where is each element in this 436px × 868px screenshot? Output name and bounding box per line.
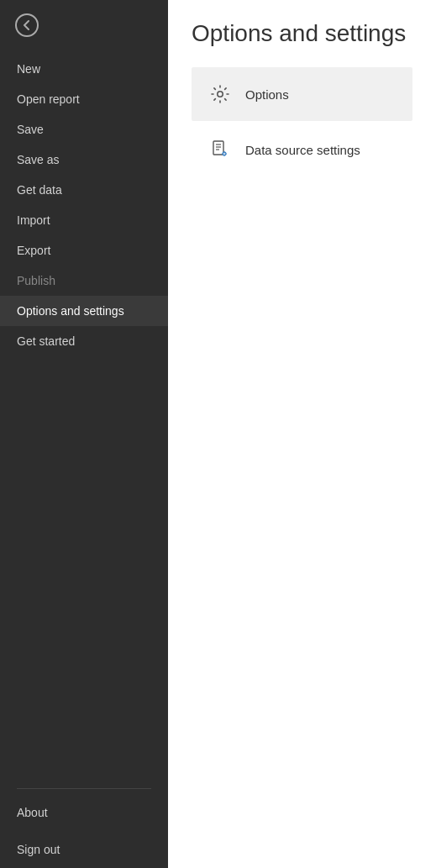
sidebar-item-about[interactable]: About (0, 794, 168, 831)
sidebar-item-open-report[interactable]: Open report (0, 84, 168, 114)
sidebar-item-save[interactable]: Save (0, 114, 168, 145)
sidebar-nav: New Open report Save Save as Get data Im… (0, 50, 168, 783)
sidebar-item-sign-out[interactable]: Sign out (0, 831, 168, 868)
svg-rect-1 (213, 141, 223, 155)
sidebar-divider (17, 788, 151, 789)
svg-point-0 (218, 92, 223, 97)
sidebar-item-export[interactable]: Export (0, 235, 168, 266)
sidebar-item-import[interactable]: Import (0, 205, 168, 235)
options-label: Options (245, 87, 289, 102)
data-source-settings-menu-item[interactable]: Data source settings (192, 123, 412, 176)
back-circle-icon (15, 13, 39, 37)
options-menu-item[interactable]: Options (192, 67, 412, 121)
gear-icon (205, 79, 235, 109)
back-button[interactable] (10, 8, 44, 42)
sidebar-item-options-and-settings[interactable]: Options and settings (0, 296, 168, 326)
data-source-settings-label: Data source settings (245, 143, 360, 157)
page-title: Options and settings (192, 20, 412, 47)
sidebar-item-save-as[interactable]: Save as (0, 145, 168, 175)
sidebar-item-publish[interactable]: Publish (0, 266, 168, 296)
sidebar: New Open report Save Save as Get data Im… (0, 0, 168, 868)
main-content: Options and settings Options (168, 0, 436, 868)
sidebar-item-get-data[interactable]: Get data (0, 175, 168, 205)
sidebar-item-get-started[interactable]: Get started (0, 326, 168, 356)
datasource-icon (205, 134, 235, 165)
sidebar-bottom: About Sign out (0, 794, 168, 868)
sidebar-item-new[interactable]: New (0, 54, 168, 84)
svg-point-6 (223, 153, 224, 154)
